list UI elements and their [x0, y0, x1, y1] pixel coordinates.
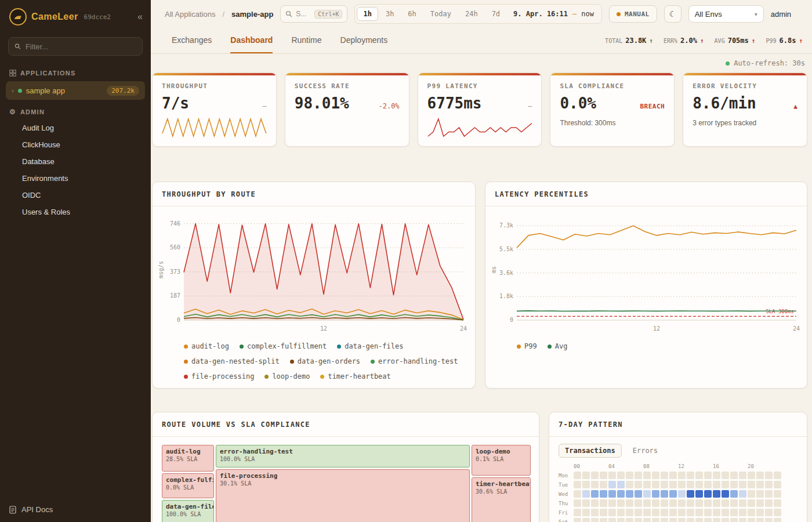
- sla-treemap: audit-log28.5% SLAerror-handling-test100…: [162, 445, 530, 522]
- heatmap-cell: [643, 518, 651, 522]
- treemap-cell-data-gen-files[interactable]: data-gen-files100.0% SLA: [162, 500, 214, 522]
- global-search-input[interactable]: [296, 10, 311, 18]
- sidebar-filter-input[interactable]: [26, 42, 136, 51]
- legend-item-loop-demo[interactable]: loop-demo: [264, 372, 310, 380]
- heatmap-cell: [695, 509, 703, 516]
- kpi-value: 0.0%: [560, 95, 596, 112]
- heatmap-cell: [635, 499, 642, 507]
- range-3h[interactable]: 3h: [379, 7, 400, 21]
- heatmap-cell: [635, 509, 642, 516]
- tab-deployments[interactable]: Deployments: [340, 28, 388, 53]
- heatmap-cell: [574, 518, 581, 522]
- sidebar-item-audit-log[interactable]: Audit Log: [0, 119, 151, 136]
- svg-text:3.6k: 3.6k: [499, 270, 513, 276]
- heatmap-cell: [704, 499, 712, 507]
- legend-item-try-catch-test[interactable]: try-catch-test: [184, 387, 250, 389]
- range-6h[interactable]: 6h: [401, 7, 422, 21]
- heatmap-cell: [756, 499, 764, 507]
- sidebar-item-environments[interactable]: Environments: [0, 170, 151, 187]
- svg-text:0: 0: [177, 317, 180, 323]
- heatmap-cell: [617, 499, 625, 507]
- legend-item-complex-fulfillment[interactable]: complex-fulfillment: [240, 342, 327, 350]
- heatmap-cell: [739, 472, 746, 479]
- breadcrumb-separator: /: [222, 10, 224, 19]
- heatmap-cell: [774, 518, 781, 522]
- heatmap-cell: [626, 499, 633, 507]
- app-status-dot: [18, 89, 22, 93]
- treemap-cell-file-processing[interactable]: file-processing30.1% SLA: [216, 469, 470, 522]
- range-1h[interactable]: 1h: [357, 7, 378, 21]
- sidebar-item-sample-app[interactable]: › sample app 207.2k: [6, 81, 145, 100]
- range-today[interactable]: Today: [424, 7, 458, 21]
- throughput-chart: 74656037318701224msg/s: [153, 206, 475, 336]
- legend-item-p99[interactable]: P99: [517, 342, 537, 350]
- heatmap-cell: [730, 499, 738, 507]
- env-selector-value: All Envs: [695, 10, 722, 19]
- treemap-cell-timer-heartbeat[interactable]: timer-heartbeat30.6% SLA: [472, 477, 531, 522]
- latency-percentiles-panel: LATENCY PERCENTILES 7.3k5.5k3.6k1.8k0122…: [485, 182, 807, 389]
- legend-item-data-gen-files[interactable]: data-gen-files: [337, 342, 403, 350]
- range-24h[interactable]: 24h: [459, 7, 484, 21]
- manual-refresh-button[interactable]: MANUAL: [609, 5, 657, 23]
- heatmap-cell: [687, 481, 694, 488]
- document-icon: [9, 506, 16, 514]
- heatmap-cell: [765, 490, 773, 498]
- auto-refresh-row: Auto-refresh: 30s: [152, 54, 807, 72]
- sidebar-item-oidc[interactable]: OIDC: [0, 187, 151, 204]
- heatmap-cell: [730, 518, 738, 522]
- stat-total: TOTAL23.8K↑: [605, 37, 653, 45]
- heatmap-cell: [608, 499, 616, 507]
- heatmap-cell: [652, 509, 659, 516]
- legend-item-avg[interactable]: Avg: [548, 342, 568, 350]
- heatmap-cell: [600, 499, 607, 507]
- treemap-cell-audit-log[interactable]: audit-log28.5% SLA: [162, 445, 214, 472]
- env-selector[interactable]: All Envs ▾: [688, 5, 764, 23]
- sidebar-filter[interactable]: [8, 37, 143, 56]
- tab-runtime[interactable]: Runtime: [291, 28, 321, 53]
- global-search[interactable]: Ctrl+K: [280, 5, 347, 23]
- legend-item-file-processing[interactable]: file-processing: [184, 372, 254, 380]
- kpi-delta: -2.0%: [378, 102, 399, 110]
- app-item-label: sample app: [26, 86, 65, 95]
- legend-item-data-gen-nested-split[interactable]: data-gen-nested-split: [184, 357, 280, 365]
- treemap-cell-loop-demo[interactable]: loop-demo0.1% SLA: [472, 445, 531, 476]
- heatmap-cell: [748, 490, 755, 498]
- dark-mode-toggle[interactable]: ☾: [664, 5, 682, 23]
- heatmap-cell: [704, 472, 712, 479]
- range-7d[interactable]: 7d: [485, 7, 506, 21]
- heatmap-cell: [652, 490, 659, 498]
- app-root: CameLeer 69dcce2 « APPLICATIONS › sample…: [0, 0, 812, 522]
- sidebar-item-users-roles[interactable]: Users & Roles: [0, 204, 151, 220]
- sidebar-collapse-icon[interactable]: «: [137, 12, 143, 22]
- hour-label: 04: [608, 463, 615, 469]
- legend-item-audit-log[interactable]: audit-log: [184, 342, 229, 350]
- treemap-cell-error-handling-test[interactable]: error-handling-test100.0% SLA: [216, 445, 470, 467]
- sidebar-item-database[interactable]: Database: [0, 153, 151, 170]
- kpi-delta: –: [263, 102, 267, 110]
- kpi-accent-bar: [550, 73, 674, 75]
- heatmap-cell: [713, 490, 720, 498]
- tab-exchanges[interactable]: Exchanges: [172, 28, 212, 53]
- tab-dashboard[interactable]: Dashboard: [230, 28, 273, 53]
- heatmap-cell: [678, 518, 686, 522]
- heatmap-tab-transactions[interactable]: Transactions: [559, 444, 622, 458]
- kpi-accent-bar: [683, 73, 807, 75]
- heatmap-row-fri: Fri: [559, 509, 798, 516]
- legend-item-timer-heartbeat[interactable]: timer-heartbeat: [320, 372, 390, 380]
- breach-badge: BREACH: [640, 103, 665, 110]
- breadcrumb-root[interactable]: All Applications: [165, 10, 215, 19]
- sidebar-item-clickhouse[interactable]: ClickHouse: [0, 136, 151, 153]
- heatmap-cell: [722, 499, 729, 507]
- heatmap-cell: [661, 490, 668, 498]
- heatmap-cell: [695, 490, 703, 498]
- heatmap-tab-errors[interactable]: Errors: [626, 444, 664, 458]
- kpi-title: SUCCESS RATE: [295, 82, 400, 90]
- legend-item-error-handling-test[interactable]: error-handling-test: [371, 357, 458, 365]
- date-range[interactable]: 9. Apr. 16:11 — now: [513, 10, 600, 18]
- legend-item-data-gen-orders[interactable]: data-gen-orders: [290, 357, 360, 365]
- api-docs-link[interactable]: API Docs: [0, 497, 151, 522]
- user-menu[interactable]: admin: [771, 10, 791, 19]
- heatmap-cell: [661, 472, 668, 479]
- treemap-cell-complex-fulfil[interactable]: complex-fulfil...0.0% SLA: [162, 473, 214, 498]
- kpi-value: 8.6/min: [693, 95, 756, 112]
